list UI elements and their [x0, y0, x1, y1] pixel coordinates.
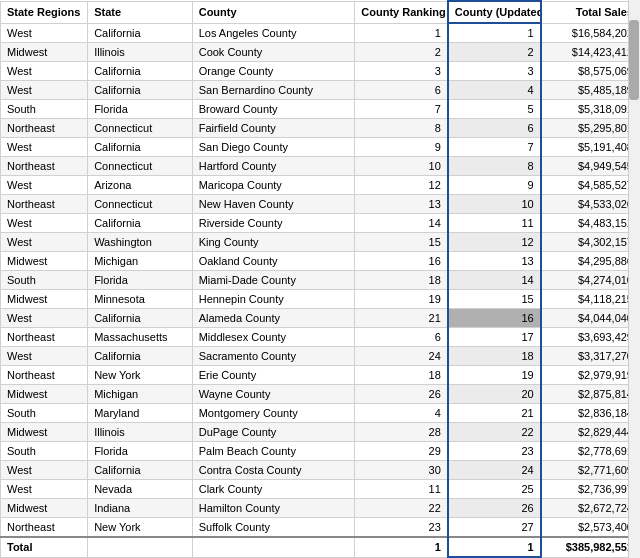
- cell-county: Hamilton County: [192, 499, 355, 518]
- cell-total-sales: $4,044,040: [541, 309, 640, 328]
- cell-state: California: [88, 62, 193, 81]
- cell-county-updated: 15: [448, 290, 541, 309]
- table-row: WestCaliforniaOrange County33$8,575,069: [1, 62, 640, 81]
- cell-state-regions: Midwest: [1, 252, 88, 271]
- cell-county-updated: 11: [448, 214, 541, 233]
- cell-state: Minnesota: [88, 290, 193, 309]
- scrollbar[interactable]: [628, 0, 640, 558]
- cell-county-updated: 16: [448, 309, 541, 328]
- cell-state: Connecticut: [88, 157, 193, 176]
- cell-county: Cook County: [192, 43, 355, 62]
- cell-total-sales: $2,875,814: [541, 385, 640, 404]
- total-county-ranking: 1: [355, 537, 448, 557]
- table-row: WestCaliforniaSan Diego County97$5,191,4…: [1, 138, 640, 157]
- cell-county-updated: 17: [448, 328, 541, 347]
- cell-county: Orange County: [192, 62, 355, 81]
- total-county-updated: 1: [448, 537, 541, 557]
- table-row: WestCaliforniaContra Costa County3024$2,…: [1, 461, 640, 480]
- cell-county: Suffolk County: [192, 518, 355, 538]
- cell-total-sales: $2,771,609: [541, 461, 640, 480]
- cell-county-updated: 9: [448, 176, 541, 195]
- cell-total-sales: $2,836,184: [541, 404, 640, 423]
- header-county[interactable]: County: [192, 1, 355, 23]
- cell-state: Michigan: [88, 385, 193, 404]
- cell-state: Florida: [88, 271, 193, 290]
- cell-state: California: [88, 138, 193, 157]
- cell-state-regions: West: [1, 81, 88, 100]
- cell-county-ranking: 19: [355, 290, 448, 309]
- cell-county-ranking: 6: [355, 328, 448, 347]
- cell-total-sales: $5,191,408: [541, 138, 640, 157]
- cell-county: Los Angeles County: [192, 23, 355, 43]
- cell-county: Erie County: [192, 366, 355, 385]
- cell-total-sales: $2,979,919: [541, 366, 640, 385]
- cell-county-updated: 2: [448, 43, 541, 62]
- cell-county-ranking: 7: [355, 100, 448, 119]
- table-row: WestCaliforniaRiverside County1411$4,483…: [1, 214, 640, 233]
- cell-state-regions: West: [1, 176, 88, 195]
- cell-county: Hartford County: [192, 157, 355, 176]
- cell-county-updated: 5: [448, 100, 541, 119]
- cell-state-regions: Northeast: [1, 366, 88, 385]
- cell-state: Massachusetts: [88, 328, 193, 347]
- cell-state: New York: [88, 366, 193, 385]
- cell-total-sales: $5,295,801: [541, 119, 640, 138]
- cell-state-regions: West: [1, 309, 88, 328]
- table-row: MidwestIndianaHamilton County2226$2,672,…: [1, 499, 640, 518]
- table-row: MidwestMichiganWayne County2620$2,875,81…: [1, 385, 640, 404]
- cell-county: Oakland County: [192, 252, 355, 271]
- cell-state-regions: Midwest: [1, 499, 88, 518]
- cell-county: San Bernardino County: [192, 81, 355, 100]
- cell-state: California: [88, 81, 193, 100]
- total-county: [192, 537, 355, 557]
- cell-county: Clark County: [192, 480, 355, 499]
- cell-state-regions: Midwest: [1, 43, 88, 62]
- cell-county-ranking: 10: [355, 157, 448, 176]
- header-state-regions[interactable]: State Regions: [1, 1, 88, 23]
- cell-county-updated: 22: [448, 423, 541, 442]
- cell-total-sales: $16,584,202: [541, 23, 640, 43]
- cell-state: Florida: [88, 442, 193, 461]
- cell-state-regions: South: [1, 100, 88, 119]
- header-county-updated[interactable]: County (Updated): [448, 1, 541, 23]
- header-county-ranking[interactable]: County Ranking: [355, 1, 448, 23]
- table-row: WestCaliforniaAlameda County2116$4,044,0…: [1, 309, 640, 328]
- table-row: SouthFloridaPalm Beach County2923$2,778,…: [1, 442, 640, 461]
- cell-county-ranking: 18: [355, 271, 448, 290]
- cell-county: Middlesex County: [192, 328, 355, 347]
- cell-state: Florida: [88, 100, 193, 119]
- scrollbar-thumb[interactable]: [629, 20, 639, 100]
- table-row: SouthFloridaBroward County75$5,318,091: [1, 100, 640, 119]
- cell-state-regions: West: [1, 214, 88, 233]
- cell-county-ranking: 26: [355, 385, 448, 404]
- table-row: WestCaliforniaSacramento County2418$3,31…: [1, 347, 640, 366]
- cell-county: Wayne County: [192, 385, 355, 404]
- header-total-sales[interactable]: Total Sales: [541, 1, 640, 23]
- cell-total-sales: $4,533,026: [541, 195, 640, 214]
- cell-state-regions: West: [1, 480, 88, 499]
- cell-state: California: [88, 461, 193, 480]
- cell-total-sales: $5,318,091: [541, 100, 640, 119]
- cell-state: Illinois: [88, 423, 193, 442]
- cell-county-ranking: 16: [355, 252, 448, 271]
- header-state[interactable]: State: [88, 1, 193, 23]
- cell-total-sales: $4,949,545: [541, 157, 640, 176]
- table-row: NortheastMassachusettsMiddlesex County61…: [1, 328, 640, 347]
- table-row: NortheastNew YorkSuffolk County2327$2,57…: [1, 518, 640, 538]
- cell-county-ranking: 4: [355, 404, 448, 423]
- total-row: Total11$385,982,551: [1, 537, 640, 557]
- table-row: MidwestMinnesotaHennepin County1915$4,11…: [1, 290, 640, 309]
- cell-county-ranking: 13: [355, 195, 448, 214]
- cell-county-updated: 18: [448, 347, 541, 366]
- cell-county-updated: 12: [448, 233, 541, 252]
- table-row: NortheastConnecticutHartford County108$4…: [1, 157, 640, 176]
- cell-state-regions: West: [1, 23, 88, 43]
- cell-county-updated: 6: [448, 119, 541, 138]
- total-state: [88, 537, 193, 557]
- cell-county: Montgomery County: [192, 404, 355, 423]
- cell-total-sales: $3,693,429: [541, 328, 640, 347]
- total-sales: $385,982,551: [541, 537, 640, 557]
- table-row: SouthFloridaMiami-Dade County1814$4,274,…: [1, 271, 640, 290]
- cell-county-ranking: 29: [355, 442, 448, 461]
- cell-county-updated: 27: [448, 518, 541, 538]
